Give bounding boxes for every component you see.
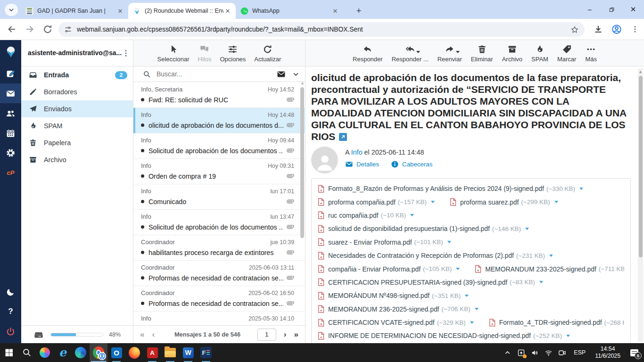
browser-tab[interactable]: (2) Roundcube Webmail :: Envia✕ xyxy=(128,3,236,19)
attachment-file[interactable]: solicitud de disponibilidad presupuestar… xyxy=(318,225,529,233)
dropdown-caret-icon[interactable] xyxy=(456,51,460,53)
attachment-file[interactable]: suarez - Enviar Proforma.pdf(~101 KB) xyxy=(318,238,451,246)
taskbar-word[interactable]: W xyxy=(179,343,197,362)
close-button[interactable]: ✕ xyxy=(622,0,644,19)
list-scrollbar[interactable]: ▲ xyxy=(300,83,304,324)
url-text[interactable]: webmail.sanjuan.gob.ec/cpsess0865726561/… xyxy=(77,26,570,33)
headers-link[interactable]: Cabeceras xyxy=(391,160,432,168)
sidebar-item-papelera[interactable]: Papelera xyxy=(21,134,133,151)
attachment-menu-caret-icon[interactable] xyxy=(410,214,414,216)
tray-chevron-up-icon[interactable] xyxy=(502,346,513,359)
profile-icon[interactable] xyxy=(611,24,622,34)
reading-scrollbar[interactable]: ▲ xyxy=(638,68,643,342)
taskbar-internet-explorer[interactable]: e xyxy=(54,343,72,362)
address-bar[interactable]: webmail.sanjuan.gob.ec/cpsess0865726561/… xyxy=(58,22,585,37)
taskbar-copilot[interactable] xyxy=(36,343,54,362)
new-tab-button[interactable]: + xyxy=(353,5,365,17)
message-row[interactable]: InfoHoy 09:31Orden de compra # 19 xyxy=(133,159,305,184)
taskbar-taskbar-search[interactable] xyxy=(18,343,36,362)
attachment-file[interactable]: MEMORANDUM 233-2025-signed.pdf(~711 KB) xyxy=(475,265,624,273)
tab-search-button[interactable] xyxy=(5,4,18,16)
message-row[interactable]: Info2025-05-30 14:10 xyxy=(133,312,305,325)
attachment-menu-caret-icon[interactable] xyxy=(475,308,479,310)
attachment-menu-caret-icon[interactable] xyxy=(470,321,474,324)
forward-icon[interactable] xyxy=(25,24,35,34)
seleccionar-button[interactable]: Seleccionar xyxy=(157,44,190,63)
más-button[interactable]: Más xyxy=(585,44,597,63)
sidebar-item-archivo[interactable]: Archivo xyxy=(21,151,133,168)
archivo-button[interactable]: Archivo xyxy=(502,44,522,63)
attachment-menu-caret-icon[interactable] xyxy=(456,268,460,270)
rail-button-mail[interactable] xyxy=(0,83,21,103)
tab-close-icon[interactable]: ✕ xyxy=(116,7,124,15)
tab-close-icon[interactable]: ✕ xyxy=(331,7,339,15)
page-number-input[interactable]: 1 xyxy=(257,329,276,341)
attachment-file[interactable]: MEMORANDUM 236-2025-signed.pdf(~706 KB) xyxy=(318,305,479,313)
search-options-chevron-icon[interactable] xyxy=(292,71,299,78)
attachment-file[interactable]: proforma compañia.pdf(~157 KB) xyxy=(318,198,435,206)
back-icon[interactable] xyxy=(7,24,17,34)
rail-button-logout-power[interactable] xyxy=(0,321,21,341)
attachment-menu-caret-icon[interactable] xyxy=(431,201,435,203)
attachment-file[interactable]: CERTIFICACION VCATE-signed.pdf(~329 KB) xyxy=(318,319,474,327)
attachment-menu-caret-icon[interactable] xyxy=(579,188,583,190)
eliminar-button[interactable]: Eliminar xyxy=(471,44,493,63)
tray-update-icon[interactable] xyxy=(515,346,527,359)
responder-button[interactable]: Responder xyxy=(353,44,383,63)
sidebar-item-spam[interactable]: SPAM xyxy=(21,117,133,134)
attachment-menu-caret-icon[interactable] xyxy=(447,241,451,243)
external-link-icon[interactable] xyxy=(339,133,347,141)
recipient-link[interactable]: Info xyxy=(351,148,363,156)
minimize-button[interactable]: − xyxy=(579,0,601,19)
search-scope-envelope-icon[interactable] xyxy=(277,70,286,79)
notification-center-button[interactable]: 5 xyxy=(626,343,642,362)
taskbar-clock[interactable]: 14:54 11/6/2025 xyxy=(592,346,624,360)
browser-tab[interactable]: GAD | GADPR San Juan |✕ xyxy=(21,3,128,19)
attachment-menu-caret-icon[interactable] xyxy=(539,281,543,283)
meet-now-icon[interactable] xyxy=(556,346,568,359)
restore-button[interactable] xyxy=(601,0,622,19)
scroll-up-icon[interactable]: ▲ xyxy=(300,81,305,85)
message-row[interactable]: InfoHoy 09:44Solicitud de aprobación de … xyxy=(133,133,305,159)
search-input[interactable] xyxy=(157,70,277,78)
attachment-file[interactable]: Necesidades de Contratación y Recepción … xyxy=(318,252,553,260)
sidebar-item-borradores[interactable]: Borradores xyxy=(21,83,133,100)
wifi-icon[interactable] xyxy=(543,346,554,359)
message-row[interactable]: Infolun 13:47Solicitud de aprobación de … xyxy=(133,210,305,235)
attachment-file[interactable]: proforma suarez.pdf(~299 KB) xyxy=(450,198,558,206)
message-row[interactable]: Coordinadorjue 10:39habilitantes proceso… xyxy=(133,235,305,261)
language-indicator[interactable]: ESP xyxy=(570,349,589,356)
dropdown-caret-icon[interactable] xyxy=(416,51,420,53)
attachment-file[interactable]: Formato_8_Razón de Proformas y Análisis … xyxy=(318,185,583,193)
rail-button-help[interactable]: ? xyxy=(0,302,21,321)
tab-close-icon[interactable]: ✕ xyxy=(223,7,232,15)
reenviar-button[interactable]: Reenviar xyxy=(438,44,462,63)
message-row[interactable]: Coordinador2025-06-03 13:11Proformas de … xyxy=(133,261,305,286)
rail-button-calendar[interactable] xyxy=(0,123,21,143)
message-row[interactable]: InfoHoy 14:48olicitud de aprobación de l… xyxy=(133,108,305,133)
attachment-menu-caret-icon[interactable] xyxy=(554,201,558,203)
rail-button-contacts[interactable] xyxy=(0,103,21,123)
taskbar-file-explorer[interactable] xyxy=(161,343,179,362)
attachment-file[interactable]: MEMORÁNDUM Nº498-signed.pdf(~351 KB) xyxy=(318,292,469,300)
rail-button-compose[interactable] xyxy=(0,64,21,83)
bookmark-star-icon[interactable] xyxy=(570,25,579,34)
downloads-icon[interactable] xyxy=(593,24,603,34)
actualizar-button[interactable]: Actualizar xyxy=(254,44,281,63)
attachment-menu-caret-icon[interactable] xyxy=(465,295,469,297)
attachment-file[interactable]: Formato_4_TDR-signed-signed.pdf(~268 KB) xyxy=(489,319,624,327)
speaker-icon[interactable] xyxy=(529,346,540,359)
taskbar-firefox[interactable] xyxy=(125,343,143,362)
browser-menu-icon[interactable] xyxy=(631,25,639,33)
attachment-file[interactable]: compañia - Enviar Proforma.pdf(~105 KB) xyxy=(318,265,460,273)
attachment-menu-caret-icon[interactable] xyxy=(549,255,553,257)
marcar-button[interactable]: Marcar xyxy=(557,44,576,63)
scroll-up-icon[interactable]: ▲ xyxy=(638,69,643,74)
message-row[interactable]: Coordinador2025-06-02 16:50Proformas de … xyxy=(133,286,305,312)
taskbar-chrome[interactable] xyxy=(90,343,107,362)
sidebar-item-enviados[interactable]: Enviados xyxy=(21,100,133,117)
message-row[interactable]: Info, SecretariaHoy 14:52Fwd: RE: solici… xyxy=(133,82,305,108)
taskbar-windows-start[interactable] xyxy=(0,343,18,362)
reload-icon[interactable] xyxy=(42,24,53,34)
pagination-prev-button[interactable]: ‹ xyxy=(152,330,155,339)
